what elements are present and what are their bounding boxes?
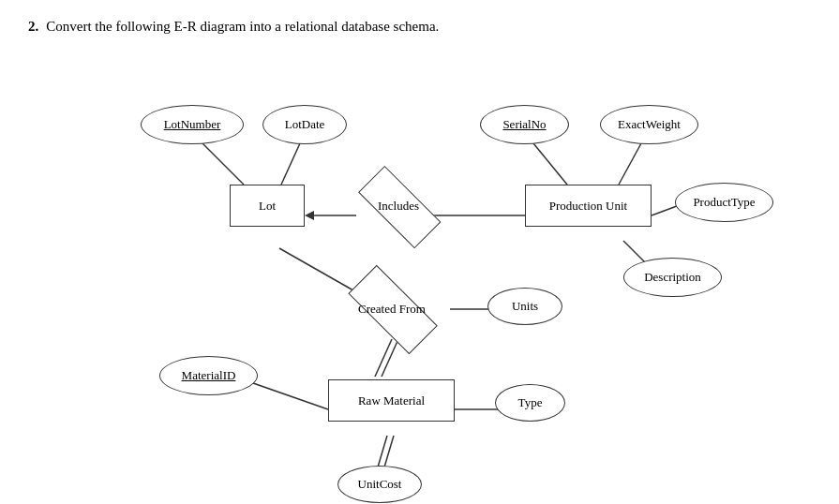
node-units: Units xyxy=(487,288,562,325)
svg-line-11 xyxy=(375,339,392,377)
lotnumber-label: LotNumber xyxy=(164,117,221,132)
lot-label: Lot xyxy=(259,199,276,214)
node-includes: Includes xyxy=(347,183,450,230)
producttype-label: ProductType xyxy=(693,195,755,210)
node-exactweight: ExactWeight xyxy=(600,105,698,144)
productionunit-label: Production Unit xyxy=(549,199,627,214)
lotdate-label: LotDate xyxy=(285,117,325,132)
node-rawmaterial: Raw Material xyxy=(328,379,455,422)
question-text: Convert the following E-R diagram into a… xyxy=(46,19,439,35)
rawmaterial-label: Raw Material xyxy=(358,393,425,408)
question-header: 2. Convert the following E-R diagram int… xyxy=(28,19,811,35)
node-serialno: SerialNo xyxy=(480,105,569,144)
exactweight-label: ExactWeight xyxy=(618,117,681,132)
unitcost-label: UnitCost xyxy=(358,477,402,492)
createdfrom-diamond: Created From xyxy=(336,283,448,334)
node-lotdate: LotDate xyxy=(262,105,347,144)
node-producttype: ProductType xyxy=(675,183,773,222)
node-createdfrom: Created From xyxy=(336,283,448,334)
svg-marker-3 xyxy=(305,211,314,220)
node-materialid: MaterialID xyxy=(159,356,258,395)
er-diagram: LotNumber LotDate SerialNo ExactWeight P… xyxy=(28,44,816,484)
node-lotnumber: LotNumber xyxy=(141,105,244,144)
type-label: Type xyxy=(518,395,543,410)
createdfrom-label: Created From xyxy=(358,302,426,317)
node-type: Type xyxy=(495,384,565,422)
includes-label: Includes xyxy=(378,199,419,214)
includes-diamond: Includes xyxy=(347,183,450,230)
description-label: Description xyxy=(644,270,701,285)
node-lot: Lot xyxy=(230,185,305,227)
node-productionunit: Production Unit xyxy=(525,185,652,227)
question-number: 2. xyxy=(28,19,38,35)
page: 2. Convert the following E-R diagram int… xyxy=(0,0,839,504)
units-label: Units xyxy=(512,299,538,314)
materialid-label: MaterialID xyxy=(182,368,236,383)
svg-line-12 xyxy=(382,339,398,377)
node-description: Description xyxy=(623,258,722,297)
node-unitcost: UnitCost xyxy=(337,466,422,503)
serialno-label: SerialNo xyxy=(502,117,546,132)
